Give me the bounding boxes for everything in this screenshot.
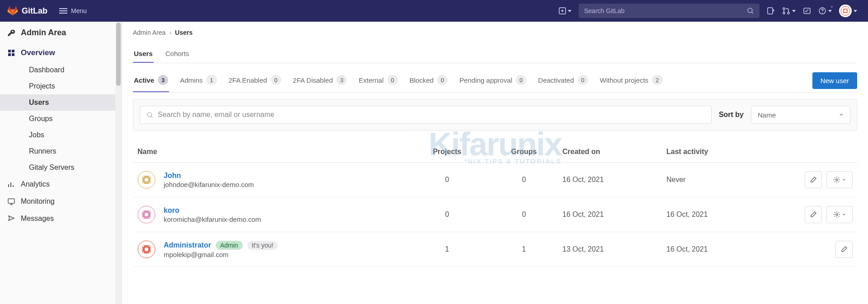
count-badge: 0 <box>578 75 588 85</box>
search-icon <box>747 7 754 14</box>
sort-value: Name <box>758 111 776 119</box>
filter-2fa-enabled[interactable]: 2FA Enabled0 <box>228 69 282 92</box>
gitlab-logo-icon[interactable] <box>7 5 18 16</box>
user-name-link[interactable]: koro <box>164 206 179 215</box>
sidebar-item-users[interactable]: Users <box>0 94 115 111</box>
edit-user-button[interactable] <box>805 171 822 188</box>
th-activity[interactable]: Last activity <box>666 148 775 156</box>
cell-projects: 0 <box>409 176 486 184</box>
svg-point-17 <box>147 112 151 116</box>
cell-groups: 0 <box>486 210 562 219</box>
user-name-link[interactable]: John <box>164 172 181 180</box>
cell-projects: 1 <box>409 245 486 253</box>
merge-requests-dropdown[interactable] <box>778 3 799 19</box>
svg-point-3 <box>783 8 785 9</box>
svg-point-31 <box>143 217 144 219</box>
sidebar-context-header[interactable]: Admin Area <box>0 22 115 44</box>
sidebar-section-label: Overview <box>21 48 55 57</box>
count-badge: 0 <box>271 75 281 85</box>
th-projects[interactable]: Projects <box>409 148 486 156</box>
top-navbar: GitLab Menu <box>0 0 868 22</box>
edit-user-button[interactable] <box>805 206 822 223</box>
sidebar-item-jobs[interactable]: Jobs <box>0 127 115 143</box>
th-name[interactable]: Name <box>137 148 409 156</box>
user-name-link[interactable]: Administrator <box>164 241 211 249</box>
svg-point-8 <box>822 12 823 13</box>
user-actions-dropdown[interactable] <box>826 171 853 188</box>
filter-deactivated[interactable]: Deactivated0 <box>537 69 589 92</box>
svg-rect-12 <box>8 50 11 52</box>
count-badge: 0 <box>437 75 448 85</box>
sort-dropdown[interactable]: Name <box>751 106 850 124</box>
count-badge: 3 <box>336 75 347 85</box>
breadcrumb: Admin Area › Users <box>133 29 857 36</box>
sidebar-item-groups[interactable]: Groups <box>0 111 115 127</box>
edit-user-button[interactable] <box>835 241 853 258</box>
sidebar-item-dashboard[interactable]: Dashboard <box>0 62 115 78</box>
notification-dot <box>830 5 834 9</box>
svg-point-37 <box>143 246 144 247</box>
sidebar-item-gitaly-servers[interactable]: Gitaly Servers <box>0 159 115 176</box>
cell-created: 16 Oct, 2021 <box>562 176 666 184</box>
sidebar-section-overview[interactable]: Overview <box>0 44 115 62</box>
filter-active[interactable]: Active3 <box>133 69 169 92</box>
user-search-input[interactable] <box>158 111 705 119</box>
sidebar-item-runners[interactable]: Runners <box>0 143 115 159</box>
filter-admins[interactable]: Admins1 <box>179 69 217 92</box>
table-row: Johnjohndoe@kifarunix-demo.com0016 Oct, … <box>133 163 857 197</box>
svg-point-30 <box>149 211 151 212</box>
user-avatar[interactable] <box>137 171 156 189</box>
cell-groups: 0 <box>486 176 562 184</box>
svg-point-39 <box>143 252 144 253</box>
tab-cohorts[interactable]: Cohorts <box>165 45 190 63</box>
cell-groups: 1 <box>486 245 562 253</box>
sidebar-section-monitoring[interactable]: Monitoring <box>0 193 115 210</box>
menu-toggle[interactable]: Menu <box>55 5 91 17</box>
todos-icon[interactable] <box>799 3 815 19</box>
analytics-icon <box>7 180 15 188</box>
global-search-input[interactable] <box>584 7 747 14</box>
th-groups[interactable]: Groups <box>486 148 562 156</box>
filter-external[interactable]: External0 <box>358 69 398 92</box>
sidebar-item-projects[interactable]: Projects <box>0 78 115 94</box>
svg-point-32 <box>149 217 151 219</box>
filter-without-projects[interactable]: Without projects2 <box>599 69 664 92</box>
tab-users[interactable]: Users <box>133 45 154 63</box>
global-search[interactable] <box>579 4 760 18</box>
chevron-down-icon <box>568 10 571 12</box>
sidebar-section-analytics[interactable]: Analytics <box>0 176 115 193</box>
messages-icon <box>7 215 15 223</box>
main-content: Kifarunix *NIX TIPS & TUTORIALS Admin Ar… <box>122 22 868 304</box>
sort-by-label: Sort by <box>719 111 744 119</box>
filter-pending-approval[interactable]: Pending approval0 <box>458 69 527 92</box>
sidebar-scrollbar[interactable] <box>115 22 122 304</box>
count-badge: 0 <box>387 75 398 85</box>
help-dropdown[interactable] <box>815 3 835 19</box>
chevron-down-icon <box>839 112 844 117</box>
new-user-button[interactable]: New user <box>812 72 857 89</box>
table-row: korokoromicha@kifarunix-demo.com0016 Oct… <box>133 197 857 232</box>
issues-icon[interactable] <box>763 3 778 19</box>
create-new-dropdown[interactable] <box>555 3 575 19</box>
svg-rect-13 <box>12 50 14 52</box>
svg-point-25 <box>836 179 838 181</box>
breadcrumb-parent[interactable]: Admin Area <box>133 29 165 36</box>
svg-point-23 <box>143 182 144 184</box>
user-avatar[interactable] <box>137 240 156 258</box>
filter-2fa-disabled[interactable]: 2FA Disabled3 <box>292 69 348 92</box>
user-avatar[interactable] <box>137 206 156 224</box>
svg-point-38 <box>149 246 151 247</box>
user-menu-dropdown[interactable] <box>835 3 861 19</box>
cell-activity: 16 Oct, 2021 <box>666 210 775 219</box>
user-actions-dropdown[interactable] <box>826 206 853 223</box>
brand-name[interactable]: GitLab <box>22 6 47 16</box>
cell-created: 16 Oct, 2021 <box>562 210 666 219</box>
user-search-box[interactable] <box>140 106 712 124</box>
search-icon <box>146 112 153 118</box>
sidebar-section-messages[interactable]: Messages <box>0 210 115 227</box>
filter-blocked[interactable]: Blocked0 <box>409 69 449 92</box>
th-created[interactable]: Created on <box>562 148 666 156</box>
table-header: Name Projects Groups Created on Last act… <box>133 141 857 163</box>
breadcrumb-current: Users <box>175 29 193 36</box>
chevron-down-icon <box>828 10 832 12</box>
